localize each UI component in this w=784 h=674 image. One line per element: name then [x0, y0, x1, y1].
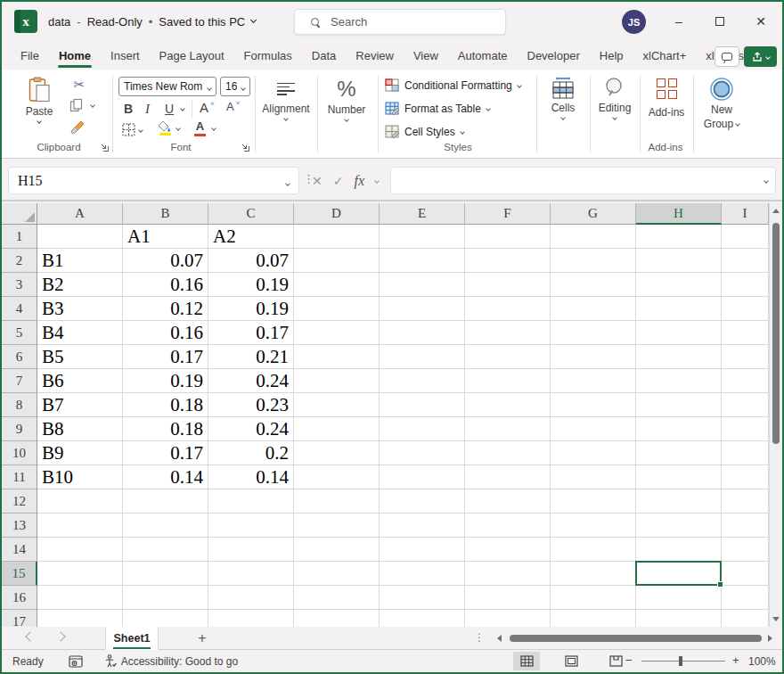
cell-F4[interactable] [465, 297, 551, 321]
cell-D16[interactable] [294, 586, 380, 610]
cell-G5[interactable] [551, 321, 636, 345]
cell-H9[interactable] [636, 417, 722, 441]
cell-D5[interactable] [294, 321, 380, 345]
cell-H8[interactable] [636, 393, 722, 417]
cell-A1[interactable] [37, 225, 123, 249]
copy-button[interactable] [69, 98, 84, 112]
column-header-B[interactable]: B [123, 203, 208, 225]
cell-F9[interactable] [465, 417, 551, 441]
cell-A8[interactable]: B7 [37, 393, 123, 417]
cell-I10[interactable] [722, 441, 769, 465]
name-box[interactable]: H15 [9, 168, 298, 193]
cell-C14[interactable] [208, 538, 294, 562]
cell-E16[interactable] [380, 586, 465, 610]
row-header-4[interactable]: 4 [2, 297, 37, 321]
cell-F11[interactable] [465, 465, 551, 489]
cell-C17[interactable] [208, 610, 294, 627]
column-header-D[interactable]: D [294, 203, 380, 225]
cell-F16[interactable] [465, 586, 551, 610]
ribbon-tab-xlchart+[interactable]: xlChart+ [633, 41, 697, 70]
zoom-in-button[interactable]: + [732, 653, 739, 667]
cell-E6[interactable] [380, 345, 465, 369]
ribbon-tab-view[interactable]: View [404, 41, 448, 70]
comments-button[interactable] [715, 46, 739, 67]
sheet-nav-next-icon[interactable] [55, 631, 65, 641]
cell-E2[interactable] [380, 249, 465, 273]
cell-G13[interactable] [551, 514, 636, 538]
cell-G4[interactable] [551, 297, 636, 321]
column-header-E[interactable]: E [380, 203, 465, 225]
cell-A10[interactable]: B9 [37, 441, 123, 465]
cell-D4[interactable] [294, 297, 380, 321]
cell-C11[interactable]: 0.14 [208, 465, 294, 489]
format-as-table-button[interactable]: Format as Table [385, 102, 490, 115]
row-header-3[interactable]: 3 [2, 273, 37, 297]
cell-F10[interactable] [465, 441, 551, 465]
cell-H4[interactable] [636, 297, 722, 321]
ribbon-tab-formulas[interactable]: Formulas [234, 41, 302, 70]
clipboard-dialog-launcher-icon[interactable] [100, 143, 110, 152]
vertical-scrollbar[interactable] [769, 203, 782, 627]
row-header-11[interactable]: 11 [2, 465, 37, 489]
cell-E13[interactable] [380, 514, 465, 538]
row-header-2[interactable]: 2 [2, 249, 37, 273]
cell-G11[interactable] [551, 465, 636, 489]
format-painter-button[interactable] [69, 119, 86, 136]
cell-B2[interactable]: 0.07 [123, 249, 208, 273]
cell-F14[interactable] [465, 538, 551, 562]
cell-C10[interactable]: 0.2 [208, 441, 294, 465]
cell-E9[interactable] [380, 417, 465, 441]
cell-D8[interactable] [294, 393, 380, 417]
fill-handle[interactable] [717, 581, 723, 588]
tabbar-splitter-icon[interactable]: ⋮ [474, 631, 485, 644]
cell-G9[interactable] [551, 417, 636, 441]
borders-button[interactable] [122, 123, 143, 136]
cell-G1[interactable] [551, 225, 636, 249]
new-group-button[interactable]: New Group [696, 77, 747, 130]
cell-I4[interactable] [722, 297, 769, 321]
cell-H16[interactable] [636, 586, 722, 610]
hscroll-left-icon[interactable] [497, 635, 502, 642]
cut-button[interactable]: ✂ [71, 77, 87, 93]
cell-G14[interactable] [551, 538, 636, 562]
cell-G10[interactable] [551, 441, 636, 465]
row-header-9[interactable]: 9 [2, 417, 37, 441]
cell-B13[interactable] [123, 514, 208, 538]
cell-I17[interactable] [722, 610, 769, 627]
cell-C8[interactable]: 0.23 [208, 393, 294, 417]
cell-D10[interactable] [294, 441, 380, 465]
cell-E3[interactable] [380, 273, 465, 297]
zoom-out-button[interactable]: − [625, 653, 633, 667]
cell-E12[interactable] [380, 489, 465, 514]
column-header-F[interactable]: F [465, 203, 551, 225]
ribbon-tab-developer[interactable]: Developer [518, 41, 590, 70]
row-header-6[interactable]: 6 [2, 345, 37, 369]
cell-D17[interactable] [294, 610, 380, 627]
ribbon-tab-insert[interactable]: Insert [101, 41, 150, 70]
cell-I6[interactable] [722, 345, 769, 369]
cell-E8[interactable] [380, 393, 465, 417]
cell-I14[interactable] [722, 538, 769, 562]
enter-button[interactable]: ✓ [333, 174, 344, 188]
ribbon-tab-file[interactable]: File [11, 41, 49, 70]
cell-A3[interactable]: B2 [37, 273, 123, 297]
cell-I16[interactable] [722, 586, 769, 610]
cell-F7[interactable] [465, 369, 551, 393]
cell-A4[interactable]: B3 [37, 297, 123, 321]
cell-C6[interactable]: 0.21 [208, 345, 294, 369]
cell-D1[interactable] [294, 225, 380, 249]
cell-H12[interactable] [636, 489, 722, 514]
decrease-font-button[interactable]: A˅ [226, 100, 240, 113]
cell-I7[interactable] [722, 369, 769, 393]
cell-H2[interactable] [636, 249, 722, 273]
cell-C4[interactable]: 0.19 [208, 297, 294, 321]
cell-G16[interactable] [551, 586, 636, 610]
cell-C15[interactable] [208, 562, 294, 586]
cell-C16[interactable] [208, 586, 294, 610]
cell-B16[interactable] [123, 586, 208, 610]
ribbon-tab-data[interactable]: Data [302, 41, 346, 70]
cell-A15[interactable] [37, 562, 123, 586]
column-header-C[interactable]: C [208, 203, 294, 225]
cell-E4[interactable] [380, 297, 465, 321]
scroll-up-icon[interactable] [772, 209, 780, 213]
